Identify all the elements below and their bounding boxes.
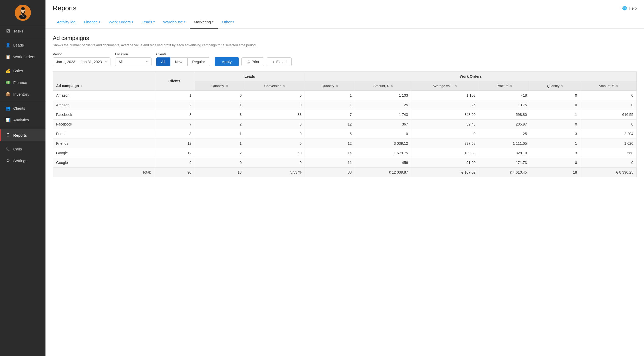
content-area: Ad campaigns Shows the number of clients… (45, 29, 644, 356)
action-buttons: Apply 🖨 Print ⬆ Export (215, 57, 292, 66)
clients-icon: 👥 (5, 106, 11, 111)
cell-qty2: 0 (530, 91, 580, 100)
export-button[interactable]: ⬆ Export (267, 57, 292, 66)
inventory-icon: 📦 (5, 92, 11, 97)
cell-clients: 12 (154, 139, 195, 148)
cell-qty2: 0 (530, 100, 580, 110)
cell-leads-qty: 1 (195, 100, 245, 110)
clients-all-button[interactable]: All (156, 57, 170, 66)
cell-campaign: Friends (53, 139, 154, 148)
tab-work-orders[interactable]: Work Orders▾ (104, 16, 137, 29)
print-button[interactable]: 🖨 Print (241, 57, 264, 66)
col-header-leads-conv[interactable]: Conversion ⇅ (245, 81, 305, 91)
cell-wo-avg: 25 (411, 100, 479, 110)
sidebar-item-analytics[interactable]: 📊Analytics (0, 114, 45, 126)
sidebar-label-clients: Clients (13, 106, 25, 110)
table-row: Google 12 2 50 14 1 679.75 139.98 828.10… (53, 148, 637, 158)
clients-new-button[interactable]: New (170, 57, 187, 66)
cell-campaign: Amazon (53, 91, 154, 100)
cell-campaign: Facebook (53, 110, 154, 120)
tab-label-warehouse: Warehouse (163, 20, 183, 24)
cell-wo-qty: 5 (305, 129, 355, 139)
sidebar-item-clients[interactable]: 👥Clients (0, 102, 45, 114)
location-filter-group: Location All (115, 52, 152, 66)
apply-button[interactable]: Apply (215, 57, 239, 66)
sidebar-label-inventory: Inventory (13, 92, 29, 96)
col-header-campaign[interactable]: Ad campaign ↑ (53, 72, 154, 91)
cell-qty2: 0 (530, 120, 580, 129)
analytics-icon: 📊 (5, 117, 11, 122)
col-header-wo-profit[interactable]: Profit, € ⇅ (479, 81, 530, 91)
tab-other[interactable]: Other▾ (218, 16, 239, 29)
tabs-bar: Activity logFinance▾Work Orders▾Leads▾Wa… (45, 16, 644, 29)
cell-amount2: 0 (580, 100, 637, 110)
sidebar-item-calls[interactable]: 📞Calls (0, 143, 45, 155)
col-header-wo-amount[interactable]: Amount, € ⇅ (355, 81, 411, 91)
location-select[interactable]: All (115, 57, 152, 66)
cell-wo-qty: 12 (305, 139, 355, 148)
cell-campaign: Friend (53, 129, 154, 139)
cell-wo-avg: 348.60 (411, 110, 479, 120)
clients-toggle-group: All New Regular (156, 57, 210, 66)
tab-activity-log[interactable]: Activity log (53, 16, 80, 29)
col-header-leads-qty[interactable]: Quantity ⇅ (195, 81, 245, 91)
chevron-down-icon: ▾ (212, 20, 214, 24)
sidebar-item-sales[interactable]: 💰Sales (0, 65, 45, 77)
cell-wo-avg: 337.68 (411, 139, 479, 148)
cell-wo-profit: 205.97 (479, 120, 530, 129)
section-description: Shows the number of clients and document… (53, 43, 637, 47)
sidebar: ☑Tasks👤Leads📋Work Orders💰Sales💵Finance📦I… (0, 0, 45, 356)
cell-wo-qty: 12 (305, 120, 355, 129)
header: Reports 🌐 Help (45, 0, 644, 16)
main-content: Reports 🌐 Help Activity logFinance▾Work … (45, 0, 644, 356)
sidebar-item-reports[interactable]: 🗒Reports (0, 129, 45, 141)
cell-amount2: 2 204 (580, 129, 637, 139)
help-icon: 🌐 (622, 6, 627, 11)
sidebar-label-reports: Reports (13, 133, 27, 137)
col-header-wo-qty[interactable]: Quantity ⇅ (305, 81, 355, 91)
cell-wo-amount: 456 (355, 158, 411, 168)
col-header-qty2[interactable]: Quantity ⇅ (530, 81, 580, 91)
table-row: Facebook 8 3 33 7 1 743 348.60 598.80 1 … (53, 110, 637, 120)
col-header-amount2[interactable]: Amount, € ⇅ (580, 81, 637, 91)
tasks-icon: ☑ (5, 29, 11, 34)
period-select[interactable]: Jan 1, 2023 — Jan 31, 2023 (53, 57, 110, 66)
cell-wo-profit: 418 (479, 91, 530, 100)
cell-wo-qty: 11 (305, 158, 355, 168)
sidebar-item-leads[interactable]: 👤Leads (0, 39, 45, 51)
tab-label-work-orders: Work Orders (109, 20, 131, 24)
tab-leads[interactable]: Leads▾ (137, 16, 159, 29)
cell-leads-conv: 0 (245, 100, 305, 110)
cell-wo-amount: 0 (355, 129, 411, 139)
sidebar-item-work-orders[interactable]: 📋Work Orders (0, 51, 45, 63)
cell-amount2: 616.55 (580, 110, 637, 120)
sales-icon: 💰 (5, 68, 11, 73)
sidebar-item-inventory[interactable]: 📦Inventory (0, 88, 45, 100)
cell-wo-profit: 171.73 (479, 158, 530, 168)
sidebar-item-settings[interactable]: ⚙Settings (0, 155, 45, 167)
col-header-wo-avg[interactable]: Average val... ⇅ (411, 81, 479, 91)
cell-leads-qty: 0 (195, 158, 245, 168)
help-button[interactable]: 🌐 Help (622, 6, 637, 11)
tab-label-leads: Leads (142, 20, 152, 24)
tab-finance[interactable]: Finance▾ (80, 16, 104, 29)
sidebar-item-tasks[interactable]: ☑Tasks (0, 25, 45, 37)
cell-campaign: Facebook (53, 120, 154, 129)
ad-campaigns-table: Ad campaign ↑ Clients Leads Work Orders … (53, 71, 637, 177)
clients-filter-group: Clients All New Regular (156, 52, 210, 66)
col-header-clients[interactable]: Clients (154, 72, 195, 91)
totals-qty2: 18 (530, 168, 580, 177)
cell-amount2: 0 (580, 158, 637, 168)
sidebar-label-leads: Leads (13, 43, 24, 47)
clients-regular-button[interactable]: Regular (187, 57, 210, 66)
tab-warehouse[interactable]: Warehouse▾ (159, 16, 190, 29)
col-header-leads-group: Leads (195, 72, 305, 81)
cell-leads-conv: 33 (245, 110, 305, 120)
cell-campaign: Amazon (53, 100, 154, 110)
avatar[interactable] (15, 5, 31, 21)
tab-marketing[interactable]: Marketing▾ (190, 16, 218, 29)
sidebar-item-finance[interactable]: 💵Finance (0, 77, 45, 88)
sidebar-label-finance: Finance (13, 80, 27, 85)
data-table-wrap: Ad campaign ↑ Clients Leads Work Orders … (53, 71, 637, 177)
cell-qty2: 1 (530, 139, 580, 148)
